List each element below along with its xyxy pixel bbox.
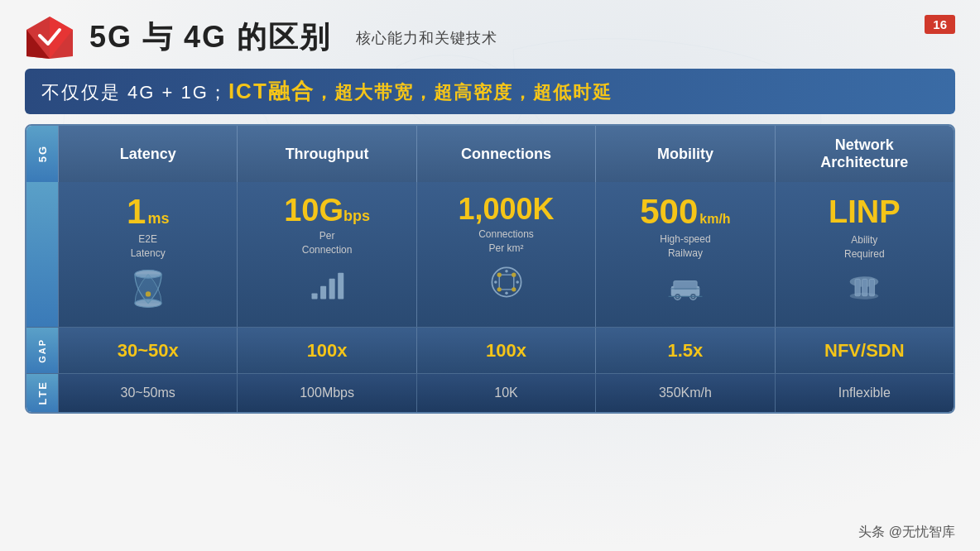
row-label-gap: GAP — [26, 328, 58, 373]
page-number: 16 — [925, 15, 955, 34]
value-connections: 1,000K — [458, 194, 554, 224]
subtitle-ict: ICT融合 — [228, 79, 315, 103]
gap-cell-connections: 100x — [416, 328, 595, 373]
row-label-5g: 5G — [26, 126, 58, 182]
svg-rect-11 — [320, 285, 326, 299]
content-cell-5g-network: LINP AbilityRequired — [775, 182, 954, 327]
row-label-lte-text: LTE — [36, 381, 49, 405]
svg-point-17 — [512, 272, 516, 276]
page-wrapper: 5G 与 4G 的区别 核心能力和关键技术 16 不仅仅是 4G + 1G；IC… — [0, 0, 980, 551]
desc-latency: E2ELatency — [131, 232, 166, 261]
svg-point-36 — [850, 292, 879, 299]
desc-network: AbilityRequired — [844, 233, 885, 261]
header-cell-connections: Connections — [416, 126, 595, 182]
table-lte-row: LTE 30~50ms100Mbps10K350Km/hInflexible — [26, 374, 954, 412]
row-label-gap-text: GAP — [37, 338, 47, 363]
content-cell-5g-latency: 1 ms E2ELatency — [58, 182, 237, 327]
svg-point-21 — [505, 291, 508, 295]
table-header-row: 5G LatencyThroughputConnectionsMobilityN… — [26, 126, 954, 182]
value-mobility: 500 — [640, 194, 698, 229]
row-label-lte: LTE — [26, 374, 58, 412]
lte-cell-mobility: 350Km/h — [595, 374, 774, 412]
header-cell-network: NetworkArchitecture — [775, 126, 954, 182]
subtitle-text-before: 不仅仅是 4G + 1G； — [41, 82, 228, 103]
unit-mobility: km/h — [699, 212, 730, 227]
value-latency: 1 — [127, 194, 146, 229]
content-cell-5g-mobility: 500 km/h High-speedRailway — [595, 182, 774, 327]
table-lte-cells: 30~50ms100Mbps10K350Km/hInflexible — [58, 374, 954, 412]
lte-cell-latency: 30~50ms — [58, 374, 237, 412]
lte-cell-connections: 10K — [416, 374, 595, 412]
subtitle-text-after: ，超大带宽，超高密度，超低时延 — [315, 82, 612, 103]
content-cell-5g-connections: 1,000K ConnectionsPer km² — [416, 182, 595, 327]
comparison-table: 5G LatencyThroughputConnectionsMobilityN… — [25, 124, 955, 414]
gap-cell-network: NFV/SDN — [775, 328, 954, 373]
icon-mobility — [667, 269, 704, 309]
content-cell-5g-throughput: 10G bps PerConnection — [237, 182, 416, 327]
svg-point-16 — [497, 272, 501, 276]
unit-throughput: bps — [343, 208, 370, 225]
row-label-5g-text: 5G — [36, 145, 49, 162]
table-5g-cells: 1 ms E2ELatency 10G bps PerConnection 1, — [58, 182, 954, 327]
table-gap-cells: 30~50x100x100x1.5xNFV/SDN — [58, 328, 954, 373]
svg-rect-10 — [312, 293, 318, 299]
subtitle-bar: 不仅仅是 4G + 1G；ICT融合，超大带宽，超高密度，超低时延 — [25, 69, 955, 114]
desc-connections: ConnectionsPer km² — [478, 228, 534, 256]
row-label-5g-content — [26, 182, 58, 327]
desc-mobility: High-speedRailway — [660, 232, 710, 261]
table-header-cells: LatencyThroughputConnectionsMobilityNetw… — [58, 126, 954, 182]
svg-point-19 — [497, 287, 501, 291]
header-cell-latency: Latency — [58, 126, 237, 182]
table-5g-content-row: 1 ms E2ELatency 10G bps PerConnection 1, — [26, 182, 954, 327]
svg-rect-13 — [338, 272, 343, 299]
gap-cell-throughput: 100x — [237, 328, 416, 373]
unit-latency: ms — [147, 210, 169, 228]
gap-cell-latency: 30~50x — [58, 328, 237, 373]
header: 5G 与 4G 的区别 核心能力和关键技术 16 — [25, 15, 955, 60]
header-cell-throughput: Throughput — [237, 126, 416, 182]
gap-cell-mobility: 1.5x — [595, 328, 774, 373]
footer-text: 头条 @无忧智库 — [858, 525, 955, 539]
svg-point-20 — [505, 270, 508, 273]
svg-marker-15 — [499, 275, 514, 290]
footer: 头条 @无忧智库 — [858, 524, 955, 541]
icon-latency — [132, 269, 165, 316]
page-subtitle: 核心能力和关键技术 — [356, 28, 497, 48]
svg-point-9 — [146, 291, 151, 296]
icon-connections — [488, 264, 525, 308]
desc-throughput: PerConnection — [302, 229, 353, 257]
svg-point-23 — [516, 280, 519, 284]
value-linp: LINP — [829, 194, 901, 230]
value-throughput: 10G — [284, 194, 343, 226]
page-title: 5G 与 4G 的区别 — [89, 17, 331, 58]
logo — [25, 15, 74, 60]
svg-point-22 — [494, 280, 497, 284]
header-cell-mobility: Mobility — [595, 126, 774, 182]
lte-cell-network: Inflexible — [775, 374, 954, 412]
svg-rect-12 — [329, 278, 335, 299]
svg-point-18 — [512, 287, 516, 291]
icon-network — [846, 270, 882, 310]
table-gap-row: GAP 30~50x100x100x1.5xNFV/SDN — [26, 328, 954, 373]
lte-cell-throughput: 100Mbps — [237, 374, 416, 412]
icon-throughput — [309, 266, 345, 309]
